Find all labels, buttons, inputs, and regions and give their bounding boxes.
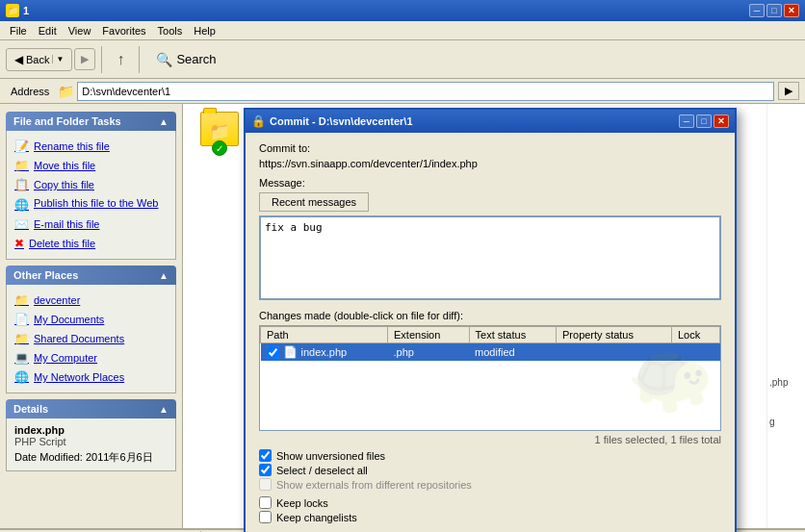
tasks-header-label: File and Folder Tasks	[13, 115, 121, 127]
rename-label: Rename this file	[34, 140, 110, 152]
back-button[interactable]: ◀ Back ▼	[6, 48, 72, 71]
show-externals-checkbox	[259, 478, 272, 491]
show-externals-checkbox-row[interactable]: Show externals from different repositori…	[259, 478, 721, 491]
toolbar: ◀ Back ▼ ▶ ↑ 🔍 Search	[0, 40, 805, 79]
thumb-item-1[interactable]: 📁 ✓	[191, 112, 248, 277]
minimize-button[interactable]: ─	[749, 4, 765, 17]
mycomp-icon: 💻	[14, 351, 29, 365]
menu-bar: File Edit View Favorites Tools Help	[0, 21, 805, 40]
other-places-section: Other Places ▲ 📁 devcenter 📄 My Document…	[6, 266, 176, 393]
menu-tools[interactable]: Tools	[152, 23, 189, 38]
tasks-content: 📝 Rename this file 📁 Move this file 📋 Co…	[6, 131, 176, 260]
menu-view[interactable]: View	[63, 23, 97, 38]
details-filetype: PHP Script	[14, 436, 168, 447]
details-content: index.php PHP Script Date Modified: 2011…	[6, 418, 176, 471]
email-task[interactable]: ✉️ E-mail this file	[9, 215, 173, 234]
recent-messages-button[interactable]: Recent messages	[259, 192, 369, 212]
copy-label: Copy this file	[34, 179, 94, 190]
tasks-section: File and Folder Tasks ▲ 📝 Rename this fi…	[6, 112, 176, 260]
publish-label: Publish this file to the Web	[34, 197, 158, 209]
place-devcenter[interactable]: 📁 devcenter	[9, 291, 173, 310]
menu-help[interactable]: Help	[188, 23, 221, 38]
back-label: Back	[26, 54, 49, 65]
row-path: index.php	[301, 346, 348, 358]
address-bar: Address 📁 ▶	[0, 79, 805, 104]
select-deselect-checkbox[interactable]	[259, 464, 272, 476]
place-shareddocs[interactable]: 📁 Shared Documents	[9, 329, 173, 348]
message-row: Message:	[259, 177, 721, 189]
details-section: Details ▲ index.php PHP Script Date Modi…	[6, 399, 176, 471]
show-externals-label: Show externals from different repositori…	[276, 479, 472, 491]
copy-task[interactable]: 📋 Copy this file	[9, 175, 173, 194]
col-extension: Extension	[388, 327, 470, 343]
up-button[interactable]: ↑	[108, 46, 133, 73]
window-title: 1	[23, 5, 29, 16]
left-panel: File and Folder Tasks ▲ 📝 Rename this fi…	[0, 104, 183, 528]
menu-edit[interactable]: Edit	[33, 23, 63, 38]
move-task[interactable]: 📁 Move this file	[9, 156, 173, 175]
row-text-status: modified	[469, 343, 556, 362]
forward-icon: ▶	[81, 53, 89, 65]
address-input[interactable]	[77, 82, 774, 101]
place-mydocs[interactable]: 📄 My Documents	[9, 310, 173, 329]
mydocs-label: My Documents	[34, 314, 104, 325]
place-network[interactable]: 🌐 My Network Places	[9, 367, 173, 387]
keep-locks-checkbox-row[interactable]: Keep locks	[259, 496, 721, 509]
menu-favorites[interactable]: Favorites	[96, 23, 151, 38]
rename-icon: 📝	[14, 139, 29, 153]
keep-changelists-checkbox-row[interactable]: Keep changelists	[259, 511, 721, 523]
address-go-button[interactable]: ▶	[778, 82, 799, 100]
keep-changelists-checkbox[interactable]	[259, 511, 272, 523]
dialog-close-button[interactable]: ✕	[714, 114, 729, 128]
delete-task[interactable]: ✖ Delete this file	[9, 234, 173, 253]
maximize-button[interactable]: □	[766, 4, 782, 17]
shareddocs-label: Shared Documents	[34, 333, 124, 344]
select-deselect-checkbox-row[interactable]: Select / deselect all	[259, 464, 721, 476]
file-icon: 📄	[283, 345, 298, 359]
row-property-status	[557, 343, 672, 362]
publish-icon: 🌐	[14, 198, 29, 212]
window-icon: 📁	[6, 4, 19, 17]
show-unversioned-checkbox-row[interactable]: Show unversioned files	[259, 449, 721, 462]
col-text-status: Text status	[469, 327, 556, 343]
col-lock: Lock	[671, 327, 719, 343]
up-icon: ↑	[117, 51, 124, 67]
details-modified-label: Date Modified:	[14, 451, 83, 463]
network-icon: 🌐	[14, 370, 29, 384]
other-places-header[interactable]: Other Places ▲	[6, 266, 176, 285]
show-unversioned-checkbox[interactable]	[259, 449, 272, 462]
keep-locks-checkbox[interactable]	[259, 496, 272, 509]
message-input[interactable]: fix a bug	[259, 215, 721, 300]
col-property-status: Property status	[557, 327, 672, 343]
dialog-minimize-button[interactable]: ─	[679, 114, 694, 128]
changes-table: Path Extension Text status Property stat…	[260, 326, 720, 361]
search-icon: 🔍	[156, 52, 172, 67]
publish-task[interactable]: 🌐 Publish this file to the Web	[9, 194, 173, 215]
menu-file[interactable]: File	[4, 23, 33, 38]
dialog-body: Commit to: https://svn.sinaapp.com/devce…	[246, 133, 735, 529]
files-count: 1 files selected, 1 files total	[259, 434, 721, 445]
delete-icon: ✖	[14, 237, 24, 250]
keep-locks-label: Keep locks	[276, 497, 328, 509]
tasks-header[interactable]: File and Folder Tasks ▲	[6, 112, 176, 131]
row-checkbox[interactable]	[267, 346, 279, 359]
dialog: 🔒 Commit - D:\svn\devcenter\1 ─ □ ✕ Comm…	[244, 108, 737, 532]
details-modified-value: 2011年6月6日	[86, 451, 153, 463]
back-dropdown-icon[interactable]: ▼	[52, 55, 64, 63]
search-button[interactable]: 🔍 Search	[145, 47, 226, 72]
col-path: Path	[261, 327, 388, 343]
commit-url: https://svn.sinaapp.com/devcenter/1/inde…	[259, 158, 721, 169]
row-extension: .php	[388, 343, 470, 362]
dialog-icon: 🔒	[251, 114, 266, 128]
copy-icon: 📋	[14, 178, 29, 191]
show-unversioned-label: Show unversioned files	[276, 450, 385, 462]
rename-task[interactable]: 📝 Rename this file	[9, 137, 173, 156]
close-button[interactable]: ✕	[784, 4, 799, 17]
dialog-maximize-button[interactable]: □	[696, 114, 712, 128]
devcenter-label: devcenter	[34, 294, 80, 306]
forward-button[interactable]: ▶	[74, 48, 95, 70]
details-modified-row: Date Modified: 2011年6月6日	[14, 450, 168, 465]
place-mycomp[interactable]: 💻 My Computer	[9, 348, 173, 367]
details-header[interactable]: Details ▲	[6, 399, 176, 418]
table-row[interactable]: 📄 index.php .php modified	[261, 343, 720, 362]
